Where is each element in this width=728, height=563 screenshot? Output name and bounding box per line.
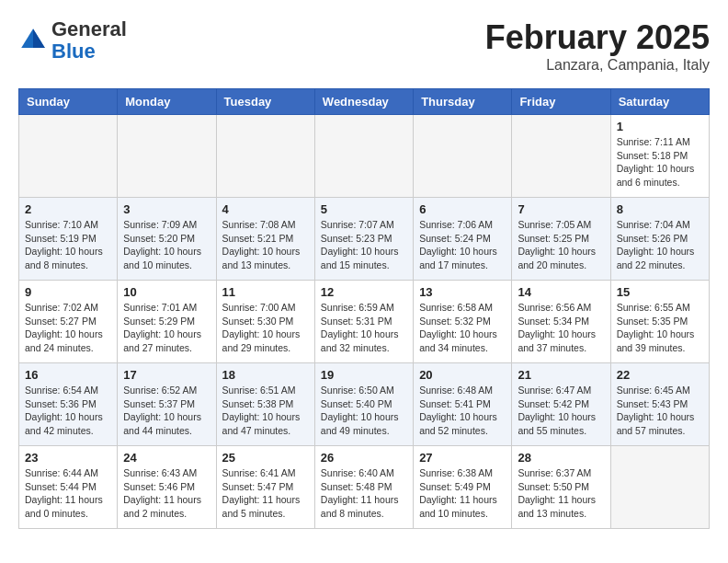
weekday-header: Sunday: [19, 89, 118, 115]
calendar-cell: 17Sunrise: 6:52 AM Sunset: 5:37 PM Dayli…: [118, 363, 216, 446]
calendar-cell: 11Sunrise: 7:00 AM Sunset: 5:30 PM Dayli…: [216, 281, 314, 363]
day-number: 11: [222, 285, 309, 299]
day-info: Sunrise: 6:47 AM Sunset: 5:42 PM Dayligh…: [518, 384, 604, 438]
day-info: Sunrise: 6:56 AM Sunset: 5:34 PM Dayligh…: [518, 301, 604, 355]
weekday-header-row: SundayMondayTuesdayWednesdayThursdayFrid…: [19, 89, 710, 115]
calendar-cell: 18Sunrise: 6:51 AM Sunset: 5:38 PM Dayli…: [216, 363, 314, 446]
day-number: 27: [419, 451, 506, 465]
day-number: 7: [518, 202, 604, 216]
calendar-week-row: 16Sunrise: 6:54 AM Sunset: 5:36 PM Dayli…: [19, 363, 710, 446]
weekday-header: Monday: [118, 89, 216, 115]
calendar-cell: [414, 115, 512, 198]
day-number: 26: [321, 451, 407, 465]
day-number: 14: [518, 285, 604, 299]
month-title: February 2025: [485, 18, 710, 57]
calendar-cell: [216, 115, 314, 198]
calendar-cell: 24Sunrise: 6:43 AM Sunset: 5:46 PM Dayli…: [118, 446, 216, 529]
calendar-cell: 7Sunrise: 7:05 AM Sunset: 5:25 PM Daylig…: [512, 198, 610, 281]
day-info: Sunrise: 6:51 AM Sunset: 5:38 PM Dayligh…: [222, 384, 309, 438]
calendar-cell: 1Sunrise: 7:11 AM Sunset: 5:18 PM Daylig…: [610, 115, 709, 198]
calendar-cell: 25Sunrise: 6:41 AM Sunset: 5:47 PM Dayli…: [216, 446, 314, 529]
day-info: Sunrise: 6:44 AM Sunset: 5:44 PM Dayligh…: [25, 466, 111, 521]
weekday-header: Tuesday: [216, 89, 314, 115]
calendar-week-row: 9Sunrise: 7:02 AM Sunset: 5:27 PM Daylig…: [19, 281, 710, 363]
day-info: Sunrise: 6:50 AM Sunset: 5:40 PM Dayligh…: [321, 384, 407, 438]
day-number: 25: [222, 451, 309, 465]
calendar-cell: 9Sunrise: 7:02 AM Sunset: 5:27 PM Daylig…: [19, 281, 118, 363]
weekday-header: Thursday: [414, 89, 512, 115]
day-info: Sunrise: 6:40 AM Sunset: 5:48 PM Dayligh…: [321, 466, 407, 521]
header: General Blue February 2025 Lanzara, Camp…: [18, 18, 710, 74]
title-area: February 2025 Lanzara, Campania, Italy: [485, 18, 710, 74]
weekday-header: Friday: [512, 89, 610, 115]
location-title: Lanzara, Campania, Italy: [485, 57, 710, 74]
calendar-cell: [118, 115, 216, 198]
calendar-cell: 10Sunrise: 7:01 AM Sunset: 5:29 PM Dayli…: [118, 281, 216, 363]
calendar-cell: 3Sunrise: 7:09 AM Sunset: 5:20 PM Daylig…: [118, 198, 216, 281]
day-number: 5: [321, 202, 407, 216]
calendar-cell: 20Sunrise: 6:48 AM Sunset: 5:41 PM Dayli…: [414, 363, 512, 446]
day-number: 1: [617, 120, 703, 133]
day-info: Sunrise: 6:38 AM Sunset: 5:49 PM Dayligh…: [419, 466, 506, 521]
day-info: Sunrise: 7:01 AM Sunset: 5:29 PM Dayligh…: [123, 301, 210, 355]
day-info: Sunrise: 6:48 AM Sunset: 5:41 PM Dayligh…: [419, 384, 506, 438]
day-number: 21: [518, 368, 604, 382]
calendar-cell: 14Sunrise: 6:56 AM Sunset: 5:34 PM Dayli…: [512, 281, 610, 363]
day-info: Sunrise: 7:04 AM Sunset: 5:26 PM Dayligh…: [617, 218, 703, 272]
day-info: Sunrise: 6:41 AM Sunset: 5:47 PM Dayligh…: [222, 466, 309, 521]
calendar-week-row: 23Sunrise: 6:44 AM Sunset: 5:44 PM Dayli…: [19, 446, 710, 529]
day-number: 17: [123, 368, 210, 382]
day-number: 24: [123, 451, 210, 465]
calendar: SundayMondayTuesdayWednesdayThursdayFrid…: [18, 88, 710, 529]
day-info: Sunrise: 7:00 AM Sunset: 5:30 PM Dayligh…: [222, 301, 309, 355]
day-info: Sunrise: 6:55 AM Sunset: 5:35 PM Dayligh…: [617, 301, 703, 355]
day-number: 13: [419, 285, 506, 299]
day-number: 6: [419, 202, 506, 216]
day-info: Sunrise: 6:58 AM Sunset: 5:32 PM Dayligh…: [419, 301, 506, 355]
calendar-cell: 6Sunrise: 7:06 AM Sunset: 5:24 PM Daylig…: [414, 198, 512, 281]
day-info: Sunrise: 6:37 AM Sunset: 5:50 PM Dayligh…: [518, 466, 604, 521]
calendar-cell: [19, 115, 118, 198]
day-number: 18: [222, 368, 309, 382]
day-number: 20: [419, 368, 506, 382]
calendar-cell: 8Sunrise: 7:04 AM Sunset: 5:26 PM Daylig…: [610, 198, 709, 281]
logo-general-text: General: [51, 17, 127, 40]
day-info: Sunrise: 7:05 AM Sunset: 5:25 PM Dayligh…: [518, 218, 604, 272]
weekday-header: Saturday: [610, 89, 709, 115]
day-info: Sunrise: 7:09 AM Sunset: 5:20 PM Dayligh…: [123, 218, 210, 272]
weekday-header: Wednesday: [314, 89, 413, 115]
day-info: Sunrise: 7:11 AM Sunset: 5:18 PM Dayligh…: [617, 135, 703, 190]
day-number: 3: [123, 202, 210, 216]
calendar-cell: [610, 446, 709, 529]
calendar-cell: 21Sunrise: 6:47 AM Sunset: 5:42 PM Dayli…: [512, 363, 610, 446]
calendar-week-row: 2Sunrise: 7:10 AM Sunset: 5:19 PM Daylig…: [19, 198, 710, 281]
day-number: 12: [321, 285, 407, 299]
calendar-cell: 5Sunrise: 7:07 AM Sunset: 5:23 PM Daylig…: [314, 198, 413, 281]
day-number: 2: [25, 202, 111, 216]
day-number: 8: [617, 202, 703, 216]
calendar-cell: 26Sunrise: 6:40 AM Sunset: 5:48 PM Dayli…: [314, 446, 413, 529]
day-number: 16: [25, 368, 111, 382]
day-number: 4: [222, 202, 309, 216]
calendar-week-row: 1Sunrise: 7:11 AM Sunset: 5:18 PM Daylig…: [19, 115, 710, 198]
day-number: 23: [25, 451, 111, 465]
calendar-cell: 16Sunrise: 6:54 AM Sunset: 5:36 PM Dayli…: [19, 363, 118, 446]
svg-marker-1: [33, 29, 45, 48]
day-number: 22: [617, 368, 703, 382]
logo-icon: [18, 26, 48, 55]
day-info: Sunrise: 7:02 AM Sunset: 5:27 PM Dayligh…: [25, 301, 111, 355]
day-number: 9: [25, 285, 111, 299]
day-info: Sunrise: 6:52 AM Sunset: 5:37 PM Dayligh…: [123, 384, 210, 438]
day-info: Sunrise: 7:06 AM Sunset: 5:24 PM Dayligh…: [419, 218, 506, 272]
calendar-cell: 22Sunrise: 6:45 AM Sunset: 5:43 PM Dayli…: [610, 363, 709, 446]
calendar-cell: 28Sunrise: 6:37 AM Sunset: 5:50 PM Dayli…: [512, 446, 610, 529]
calendar-cell: 15Sunrise: 6:55 AM Sunset: 5:35 PM Dayli…: [610, 281, 709, 363]
day-number: 15: [617, 285, 703, 299]
day-info: Sunrise: 6:59 AM Sunset: 5:31 PM Dayligh…: [321, 301, 407, 355]
calendar-cell: 4Sunrise: 7:08 AM Sunset: 5:21 PM Daylig…: [216, 198, 314, 281]
calendar-cell: [314, 115, 413, 198]
calendar-cell: 27Sunrise: 6:38 AM Sunset: 5:49 PM Dayli…: [414, 446, 512, 529]
calendar-cell: 23Sunrise: 6:44 AM Sunset: 5:44 PM Dayli…: [19, 446, 118, 529]
day-info: Sunrise: 7:07 AM Sunset: 5:23 PM Dayligh…: [321, 218, 407, 272]
day-number: 10: [123, 285, 210, 299]
